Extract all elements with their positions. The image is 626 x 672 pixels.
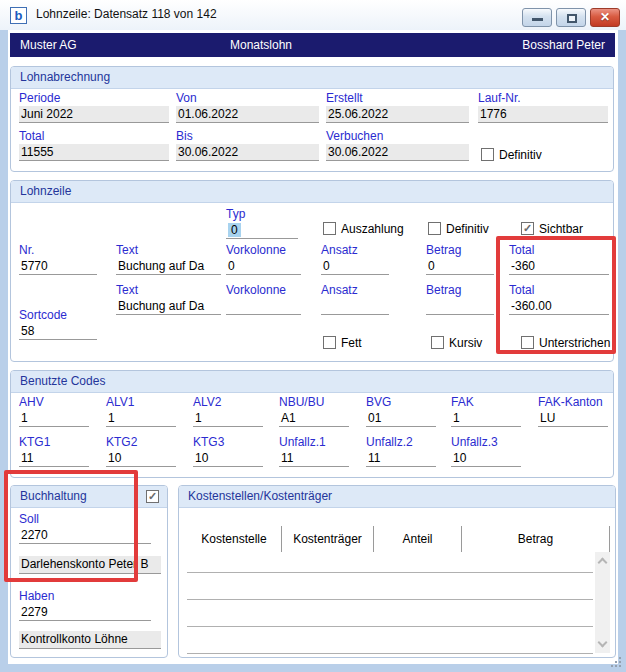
erstellt-value: 25.06.2022 [326, 106, 469, 123]
titlebar[interactable]: b Lohnzeile: Datensatz 118 von 142 [0, 0, 626, 30]
sichtbar-checkbox-row: Sichtbar [521, 221, 583, 236]
haben-value[interactable]: 2279 [19, 604, 151, 621]
unterstrichen-checkbox[interactable] [521, 336, 534, 349]
bvg-value[interactable]: 01 [366, 410, 436, 427]
field-label: Von [176, 91, 319, 106]
field-bis: Bis 30.06.2022 [176, 129, 319, 161]
ktg3-value[interactable]: 10 [193, 450, 263, 467]
zeile-definitiv-checkbox[interactable] [428, 222, 441, 235]
text-2-value[interactable]: Buchung auf Da [116, 298, 221, 315]
fett-checkbox[interactable] [323, 336, 336, 349]
field-haben: Haben 2279 [19, 589, 151, 621]
soll-konto-text: Darlehenskonto Peter B [19, 556, 161, 574]
field-label: Lauf-Nr. [478, 91, 608, 106]
unfallz3-value[interactable]: 10 [451, 450, 521, 467]
nr-value[interactable]: 5770 [19, 258, 97, 275]
field-ansatz-2: Ansatz [321, 283, 389, 315]
field-unfallz2: Unfallz.2 11 [366, 435, 436, 467]
field-text-2: Text Buchung auf Da [116, 283, 221, 315]
ktg1-value[interactable]: 11 [19, 450, 89, 467]
field-ktg2: KTG2 10 [106, 435, 176, 467]
fak-value[interactable]: 1 [451, 410, 521, 427]
kostenstellen-table-header: Kostenstelle Kostenträger Anteil Betrag [187, 526, 610, 552]
field-label: KTG1 [19, 435, 89, 450]
soll-value[interactable]: 2270 [19, 527, 151, 544]
vorkolonne-2-value[interactable] [226, 298, 301, 315]
field-label: KTG3 [193, 435, 263, 450]
bis-value: 30.06.2022 [176, 144, 319, 161]
group-lohnabrechnung: Lohnabrechnung Periode Juni 2022 Von 01.… [10, 66, 614, 172]
checkbox-label: Sichtbar [539, 222, 583, 236]
close-button[interactable] [590, 8, 620, 27]
resize-grip-icon [619, 665, 621, 667]
field-erstellt: Erstellt 25.06.2022 [326, 91, 469, 123]
fett-checkbox-row: Fett [323, 335, 362, 350]
field-label: Betrag [426, 283, 494, 298]
column-header-betrag: Betrag [462, 526, 610, 552]
field-soll: Soll 2270 [19, 512, 151, 544]
field-label: Soll [19, 512, 151, 527]
field-label: Betrag [426, 243, 494, 258]
fak-kanton-value[interactable]: LU [538, 410, 608, 427]
vorkolonne-1-value[interactable]: 0 [226, 258, 301, 275]
field-von: Von 01.06.2022 [176, 91, 319, 123]
resize-grip[interactable] [610, 656, 624, 670]
alv2-value[interactable]: 1 [193, 410, 263, 427]
field-ktg1: KTG1 11 [19, 435, 89, 467]
field-fak: FAK 1 [451, 395, 521, 427]
ahv-value[interactable]: 1 [19, 410, 89, 427]
text-1-value[interactable]: Buchung auf Da [116, 258, 221, 275]
field-label: Unfallz.3 [451, 435, 521, 450]
buchhaltung-checkbox[interactable] [146, 490, 159, 503]
alv1-value[interactable]: 1 [106, 410, 176, 427]
field-label: Vorkolonne [226, 243, 301, 258]
haben-konto-text: Kontrollkonto Löhne [19, 631, 161, 649]
ktg2-value[interactable]: 10 [106, 450, 176, 467]
client-area: Muster AG Monatslohn Bosshard Peter Lohn… [8, 30, 618, 664]
scroll-down-icon[interactable] [598, 638, 608, 648]
typ-value[interactable]: 0 [226, 222, 298, 239]
window-title: Lohnzeile: Datensatz 118 von 142 [36, 7, 217, 21]
nbu-bu-value[interactable]: A1 [279, 410, 349, 427]
minimize-icon [532, 18, 543, 21]
verbuchen-value: 30.06.2022 [326, 144, 469, 161]
kursiv-checkbox[interactable] [431, 336, 444, 349]
unfallz1-value[interactable]: 11 [279, 450, 349, 467]
field-text-1: Text Buchung auf Da [116, 243, 221, 275]
sortcode-value[interactable]: 58 [19, 323, 97, 340]
group-benutzte-codes: Benutzte Codes AHV 1 ALV1 1 ALV2 1 NBU/B… [10, 370, 614, 478]
column-header-kostentraeger: Kostenträger [282, 526, 374, 552]
total-2-value[interactable]: -360.00 [509, 298, 609, 315]
sichtbar-checkbox[interactable] [521, 222, 534, 235]
field-label: BVG [366, 395, 436, 410]
ansatz-1-value[interactable]: 0 [321, 258, 389, 275]
field-bvg: BVG 01 [366, 395, 436, 427]
field-verbuchen: Verbuchen 30.06.2022 [326, 129, 469, 161]
field-ahv: AHV 1 [19, 395, 89, 427]
field-label: AHV [19, 395, 89, 410]
field-label: ALV1 [106, 395, 176, 410]
group-buchhaltung: Buchhaltung Soll 2270 Darlehenskonto Pet… [10, 485, 168, 658]
abrechnung-definitiv-checkbox[interactable] [481, 148, 494, 161]
scroll-up-icon[interactable] [598, 558, 608, 568]
field-label: Typ [226, 207, 298, 222]
total-1-value[interactable]: -360 [509, 258, 609, 275]
field-label: Total [509, 283, 609, 298]
field-label: Vorkolonne [226, 283, 301, 298]
table-row [187, 572, 593, 573]
betrag-1-value[interactable]: 0 [426, 258, 494, 275]
field-label: Haben [19, 589, 151, 604]
field-label: Periode [19, 91, 169, 106]
kursiv-checkbox-row: Kursiv [431, 335, 482, 350]
vertical-scrollbar[interactable] [595, 552, 610, 653]
lohnzeile-window: b Lohnzeile: Datensatz 118 von 142 Muste… [0, 0, 626, 672]
checkbox-label: Fett [341, 336, 362, 350]
betrag-2-value[interactable] [426, 298, 494, 315]
maximize-button[interactable] [556, 8, 586, 27]
ansatz-2-value[interactable] [321, 298, 389, 315]
group-title-lohnabrechnung: Lohnabrechnung [11, 67, 613, 89]
minimize-button[interactable] [522, 8, 552, 27]
unfallz2-value[interactable]: 11 [366, 450, 436, 467]
field-label: KTG2 [106, 435, 176, 450]
auszahlung-checkbox[interactable] [323, 222, 336, 235]
